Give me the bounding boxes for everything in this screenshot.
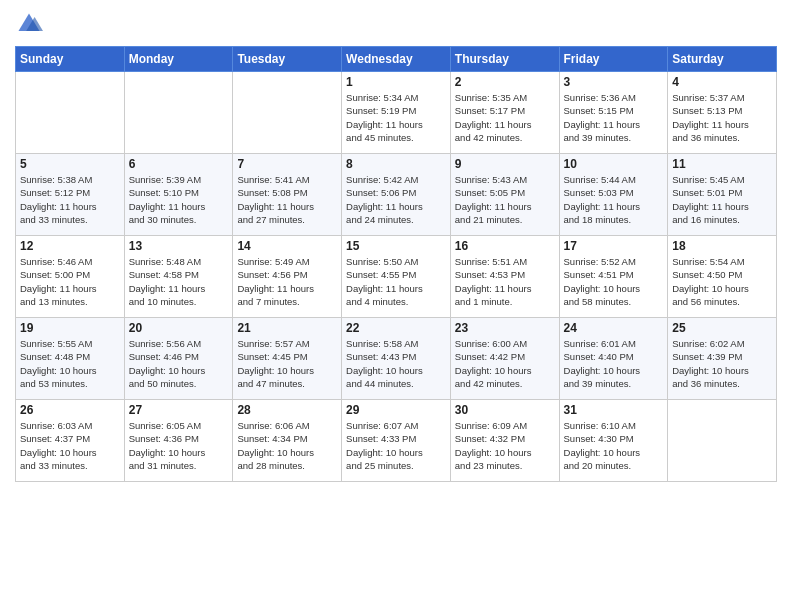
day-number: 6 [129, 157, 229, 171]
day-info: Sunrise: 5:52 AMSunset: 4:51 PMDaylight:… [564, 255, 664, 308]
day-number: 27 [129, 403, 229, 417]
weekday-header: Friday [559, 47, 668, 72]
day-info: Sunrise: 5:34 AMSunset: 5:19 PMDaylight:… [346, 91, 446, 144]
calendar-cell [16, 72, 125, 154]
day-number: 10 [564, 157, 664, 171]
day-number: 28 [237, 403, 337, 417]
calendar-cell: 23Sunrise: 6:00 AMSunset: 4:42 PMDayligh… [450, 318, 559, 400]
day-number: 22 [346, 321, 446, 335]
day-number: 15 [346, 239, 446, 253]
day-number: 30 [455, 403, 555, 417]
day-number: 23 [455, 321, 555, 335]
calendar-cell: 24Sunrise: 6:01 AMSunset: 4:40 PMDayligh… [559, 318, 668, 400]
weekday-header: Monday [124, 47, 233, 72]
calendar-cell: 19Sunrise: 5:55 AMSunset: 4:48 PMDayligh… [16, 318, 125, 400]
calendar-cell: 21Sunrise: 5:57 AMSunset: 4:45 PMDayligh… [233, 318, 342, 400]
calendar-cell: 11Sunrise: 5:45 AMSunset: 5:01 PMDayligh… [668, 154, 777, 236]
day-number: 8 [346, 157, 446, 171]
calendar-cell [668, 400, 777, 482]
day-info: Sunrise: 5:42 AMSunset: 5:06 PMDaylight:… [346, 173, 446, 226]
day-info: Sunrise: 6:07 AMSunset: 4:33 PMDaylight:… [346, 419, 446, 472]
day-number: 29 [346, 403, 446, 417]
calendar-cell: 14Sunrise: 5:49 AMSunset: 4:56 PMDayligh… [233, 236, 342, 318]
day-info: Sunrise: 5:51 AMSunset: 4:53 PMDaylight:… [455, 255, 555, 308]
calendar-cell: 15Sunrise: 5:50 AMSunset: 4:55 PMDayligh… [342, 236, 451, 318]
day-number: 11 [672, 157, 772, 171]
calendar-cell: 22Sunrise: 5:58 AMSunset: 4:43 PMDayligh… [342, 318, 451, 400]
calendar-cell: 9Sunrise: 5:43 AMSunset: 5:05 PMDaylight… [450, 154, 559, 236]
calendar-cell: 7Sunrise: 5:41 AMSunset: 5:08 PMDaylight… [233, 154, 342, 236]
calendar-cell: 20Sunrise: 5:56 AMSunset: 4:46 PMDayligh… [124, 318, 233, 400]
calendar-cell [233, 72, 342, 154]
day-number: 24 [564, 321, 664, 335]
calendar-cell: 29Sunrise: 6:07 AMSunset: 4:33 PMDayligh… [342, 400, 451, 482]
day-info: Sunrise: 5:58 AMSunset: 4:43 PMDaylight:… [346, 337, 446, 390]
day-info: Sunrise: 6:01 AMSunset: 4:40 PMDaylight:… [564, 337, 664, 390]
day-info: Sunrise: 5:41 AMSunset: 5:08 PMDaylight:… [237, 173, 337, 226]
calendar-cell: 31Sunrise: 6:10 AMSunset: 4:30 PMDayligh… [559, 400, 668, 482]
day-info: Sunrise: 6:06 AMSunset: 4:34 PMDaylight:… [237, 419, 337, 472]
day-number: 12 [20, 239, 120, 253]
day-info: Sunrise: 6:10 AMSunset: 4:30 PMDaylight:… [564, 419, 664, 472]
day-info: Sunrise: 5:46 AMSunset: 5:00 PMDaylight:… [20, 255, 120, 308]
calendar-cell: 16Sunrise: 5:51 AMSunset: 4:53 PMDayligh… [450, 236, 559, 318]
day-number: 25 [672, 321, 772, 335]
calendar-cell: 12Sunrise: 5:46 AMSunset: 5:00 PMDayligh… [16, 236, 125, 318]
day-info: Sunrise: 6:03 AMSunset: 4:37 PMDaylight:… [20, 419, 120, 472]
calendar-week-row: 26Sunrise: 6:03 AMSunset: 4:37 PMDayligh… [16, 400, 777, 482]
calendar-cell: 5Sunrise: 5:38 AMSunset: 5:12 PMDaylight… [16, 154, 125, 236]
calendar-week-row: 19Sunrise: 5:55 AMSunset: 4:48 PMDayligh… [16, 318, 777, 400]
calendar-cell: 10Sunrise: 5:44 AMSunset: 5:03 PMDayligh… [559, 154, 668, 236]
calendar-cell: 13Sunrise: 5:48 AMSunset: 4:58 PMDayligh… [124, 236, 233, 318]
day-number: 19 [20, 321, 120, 335]
day-info: Sunrise: 5:57 AMSunset: 4:45 PMDaylight:… [237, 337, 337, 390]
logo [15, 10, 47, 38]
calendar-header-row: SundayMondayTuesdayWednesdayThursdayFrid… [16, 47, 777, 72]
calendar-cell: 17Sunrise: 5:52 AMSunset: 4:51 PMDayligh… [559, 236, 668, 318]
day-info: Sunrise: 5:43 AMSunset: 5:05 PMDaylight:… [455, 173, 555, 226]
page-container: SundayMondayTuesdayWednesdayThursdayFrid… [0, 0, 792, 492]
day-info: Sunrise: 5:48 AMSunset: 4:58 PMDaylight:… [129, 255, 229, 308]
weekday-header: Saturday [668, 47, 777, 72]
day-info: Sunrise: 5:39 AMSunset: 5:10 PMDaylight:… [129, 173, 229, 226]
calendar-week-row: 1Sunrise: 5:34 AMSunset: 5:19 PMDaylight… [16, 72, 777, 154]
day-number: 13 [129, 239, 229, 253]
day-number: 3 [564, 75, 664, 89]
calendar-cell: 28Sunrise: 6:06 AMSunset: 4:34 PMDayligh… [233, 400, 342, 482]
day-info: Sunrise: 5:36 AMSunset: 5:15 PMDaylight:… [564, 91, 664, 144]
calendar-cell [124, 72, 233, 154]
day-number: 1 [346, 75, 446, 89]
calendar-cell: 25Sunrise: 6:02 AMSunset: 4:39 PMDayligh… [668, 318, 777, 400]
day-number: 9 [455, 157, 555, 171]
day-info: Sunrise: 6:05 AMSunset: 4:36 PMDaylight:… [129, 419, 229, 472]
day-number: 7 [237, 157, 337, 171]
calendar-cell: 4Sunrise: 5:37 AMSunset: 5:13 PMDaylight… [668, 72, 777, 154]
calendar-cell: 30Sunrise: 6:09 AMSunset: 4:32 PMDayligh… [450, 400, 559, 482]
calendar-cell: 26Sunrise: 6:03 AMSunset: 4:37 PMDayligh… [16, 400, 125, 482]
day-number: 26 [20, 403, 120, 417]
weekday-header: Tuesday [233, 47, 342, 72]
day-number: 4 [672, 75, 772, 89]
day-info: Sunrise: 5:54 AMSunset: 4:50 PMDaylight:… [672, 255, 772, 308]
day-number: 18 [672, 239, 772, 253]
day-number: 17 [564, 239, 664, 253]
calendar-cell: 27Sunrise: 6:05 AMSunset: 4:36 PMDayligh… [124, 400, 233, 482]
day-info: Sunrise: 6:02 AMSunset: 4:39 PMDaylight:… [672, 337, 772, 390]
weekday-header: Wednesday [342, 47, 451, 72]
calendar-table: SundayMondayTuesdayWednesdayThursdayFrid… [15, 46, 777, 482]
calendar-week-row: 5Sunrise: 5:38 AMSunset: 5:12 PMDaylight… [16, 154, 777, 236]
day-info: Sunrise: 6:09 AMSunset: 4:32 PMDaylight:… [455, 419, 555, 472]
day-number: 20 [129, 321, 229, 335]
day-info: Sunrise: 6:00 AMSunset: 4:42 PMDaylight:… [455, 337, 555, 390]
day-number: 21 [237, 321, 337, 335]
day-number: 16 [455, 239, 555, 253]
weekday-header: Thursday [450, 47, 559, 72]
day-info: Sunrise: 5:35 AMSunset: 5:17 PMDaylight:… [455, 91, 555, 144]
day-number: 31 [564, 403, 664, 417]
day-info: Sunrise: 5:55 AMSunset: 4:48 PMDaylight:… [20, 337, 120, 390]
day-number: 5 [20, 157, 120, 171]
calendar-cell: 1Sunrise: 5:34 AMSunset: 5:19 PMDaylight… [342, 72, 451, 154]
day-number: 2 [455, 75, 555, 89]
calendar-cell: 8Sunrise: 5:42 AMSunset: 5:06 PMDaylight… [342, 154, 451, 236]
calendar-cell: 18Sunrise: 5:54 AMSunset: 4:50 PMDayligh… [668, 236, 777, 318]
